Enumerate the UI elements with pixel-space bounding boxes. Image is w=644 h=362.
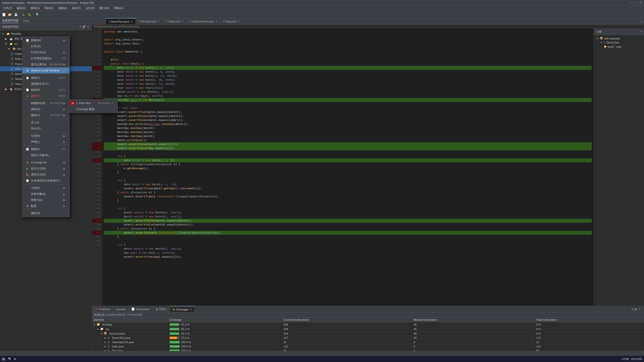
toolbar-new[interactable]: 📄 (1, 12, 7, 17)
ctx-coverage-config[interactable]: Coverage 配置... (68, 106, 117, 112)
col-covered-instructions[interactable]: Covered Instructions (281, 318, 411, 322)
package-explorer-tab-label[interactable]: 包资源管理器 (2, 19, 19, 23)
col-coverage[interactable]: Coverage (167, 318, 281, 322)
code-content[interactable]: package net.mooctest; import org.junit.A… (102, 29, 594, 306)
toolbar-open[interactable]: 📂 (7, 12, 13, 17)
search-icon[interactable]: 🔍 (8, 357, 12, 361)
bottom-toolbar-btn2[interactable]: ◧ (635, 307, 637, 311)
tab-day[interactable]: J Day.java ✕ (221, 18, 243, 24)
ctx-open-label: 打开(O) (31, 44, 41, 48)
code-line-45: try { (104, 207, 592, 211)
tab-declaration[interactable]: 📄 Declaration (129, 306, 153, 312)
editor-nav-back[interactable]: ← (92, 18, 99, 24)
minimize-button[interactable]: — (629, 1, 633, 5)
col-total-instructions[interactable]: Total Instructions (534, 318, 644, 322)
code-editor[interactable]: 1 2 3 4 5 6 7 8 9 10 11 12 13 14 (92, 29, 594, 306)
outline-item-package[interactable]: ▼ 📦 net.mooctest (595, 36, 643, 40)
menu-item-1[interactable]: 编辑(E) (15, 6, 28, 11)
ctx-open-type-hier[interactable]: 打开类型层级(N) F4 (22, 55, 69, 61)
ctx-assign-workset[interactable]: 指定工作集(A)... (22, 152, 69, 158)
expand-date-icon[interactable]: ▶ (104, 345, 106, 348)
taskview-icon[interactable]: ⧉ (14, 357, 16, 361)
expand-pkg-icon[interactable]: ▶ (101, 332, 103, 335)
ctx-open-with[interactable]: 打开方式(H) ▶ (22, 49, 69, 55)
expand-src-icon[interactable]: ▶ (97, 328, 99, 330)
toolbar-save[interactable]: 💾 (13, 12, 19, 17)
junit-tab-label[interactable]: JUnit (23, 19, 29, 22)
menu-item-7[interactable]: 窗口(W) (97, 6, 111, 11)
tab-nextday[interactable]: J Nextday.java ✕ (136, 18, 163, 24)
close-button[interactable]: ✕ (638, 1, 642, 5)
bottom-toolbar-btn1[interactable]: ⧉ (631, 307, 634, 311)
menu-item-8[interactable]: 帮助(H) (112, 6, 125, 11)
ctx-coverage-as[interactable]: ◉Coverage As ▶ (22, 159, 69, 165)
tab-coverage[interactable]: ◉ Coverage ✕ (170, 306, 195, 312)
collapse-all-icon[interactable]: ⧏ (78, 25, 81, 28)
toolbar-search[interactable]: 🔍 (35, 12, 40, 17)
ctx-delete[interactable]: 🗑删除(D) Delete (22, 93, 69, 99)
menu-item-3[interactable]: 导航(N) (42, 6, 55, 11)
tab-date-close[interactable]: ✕ (181, 20, 184, 23)
ctx-properties[interactable]: 属性(R) (22, 210, 69, 216)
maximize-button[interactable]: □ (634, 1, 637, 5)
menu-item-4[interactable]: 搜索(A) (56, 6, 69, 11)
ctx-refresh[interactable]: 🔄刷新(F) F5 (22, 146, 69, 152)
tab-coverage-close[interactable]: ✕ (189, 308, 192, 311)
tab-demotest[interactable]: J DemoTest.java ✕ (106, 18, 136, 24)
editor-nav-forward[interactable]: → (99, 18, 106, 24)
outline-item-class[interactable]: ▼ C DemoTest (595, 40, 643, 44)
expand-nextday-icon[interactable]: ▶ (94, 323, 96, 326)
tab-nextday-close[interactable]: ✕ (158, 20, 161, 23)
ctx-import[interactable]: 导入(I)... (22, 119, 69, 125)
ctx-references[interactable]: 引用(R) ▶ (22, 133, 69, 139)
menu-item-2[interactable]: 源码(S) (28, 6, 42, 11)
tree-item-nextday[interactable]: ▼ 📁 Nextday (0, 31, 92, 36)
ctx-declarations[interactable]: 声明(L) ▶ (22, 139, 69, 145)
ctx-new[interactable]: 📄新建(W) ▶ (22, 37, 69, 43)
col-element[interactable]: Element (92, 318, 167, 322)
ctx-restore-history[interactable]: 🕐从本地历史记录恢复(Y)... (22, 177, 69, 184)
toolbar-run[interactable]: ▶ (21, 12, 26, 17)
ctx-build-path[interactable]: 构建路径(B) Alt+Shift+S ▶ (22, 100, 69, 106)
ctx-replace-with[interactable]: 替换为(L) ▶ (22, 197, 69, 203)
menu-item-0[interactable]: 文件(F) (1, 6, 14, 11)
ctx-run-as[interactable]: ▶运行方式(R) ▶ (22, 165, 69, 171)
editor-menu-icon[interactable]: ≡ (639, 19, 643, 24)
tab-calendarunit[interactable]: J CalendarUnit.java ✕ (187, 18, 221, 24)
ctx-paste[interactable]: 📄粘贴(P) Ctrl+V (22, 87, 69, 93)
tab-demotest-close[interactable]: ✕ (130, 20, 133, 23)
ctx-junit-test[interactable]: Ju 1 JUnit Test Alt+Shift+E, T (68, 100, 117, 106)
ctx-refactor[interactable]: 重构(T) Alt+Shift+T ▶ (22, 112, 69, 118)
ctx-copy-qualified[interactable]: 复制限定名(Y) (22, 81, 69, 87)
expand-cu-icon[interactable]: ▶ (104, 341, 106, 343)
ctx-export[interactable]: 导出(O)... (22, 125, 69, 131)
tab-date[interactable]: J Date.java ✕ (164, 18, 187, 24)
menu-item-5[interactable]: 项目(P) (70, 6, 83, 11)
tab-spacer (243, 18, 638, 24)
tab-javadoc[interactable]: Javadoc (113, 306, 129, 312)
toolbar-debug[interactable]: 🐛 (27, 12, 32, 17)
tab-day-close[interactable]: ✕ (237, 20, 240, 23)
view-menu-icon[interactable]: ▼ (87, 25, 90, 28)
ctx-open[interactable]: 打开(O) (22, 43, 69, 49)
link-editor-icon[interactable]: 🔗 (82, 25, 86, 28)
ctx-team[interactable]: 小组(E) ▶ (22, 185, 69, 191)
col-missed-instructions[interactable]: Missed Instructions (411, 318, 534, 322)
ctx-configure[interactable]: ⚙配置 ▶ (22, 203, 69, 209)
start-icon[interactable]: ⊞ (2, 357, 5, 361)
ctx-debug-as[interactable]: 🐛调试方式(D) ▶ (22, 171, 69, 177)
bottom-toolbar-btn3[interactable]: ✕ (638, 307, 641, 311)
outline-item-method[interactable]: ⬟ test() : void (595, 44, 643, 49)
tab-problems[interactable]: ⚠ Problems (93, 306, 113, 312)
line-52: 52 (92, 235, 102, 239)
tab-calendarunit-close[interactable]: ✕ (215, 20, 218, 23)
ctx-show-in[interactable]: 显示位置(W) Alt+Shift+W ▶ (22, 61, 69, 67)
expand-demotest-icon[interactable]: ▶ (104, 337, 106, 339)
ctx-source[interactable]: 源码(S) ▶ (22, 106, 69, 112)
outline-close-icon[interactable]: ✕ (640, 30, 642, 33)
ctx-compare[interactable]: 比较对象(A) ▶ (22, 191, 69, 197)
ctx-copy[interactable]: 📋复制(C) Ctrl+C (22, 75, 69, 81)
tab-console[interactable]: 🖥 控制台 (153, 306, 170, 312)
menu-item-6[interactable]: 运行(R) (84, 6, 97, 11)
ctx-show-local-terminal[interactable]: 🖥Show in Local Terminal ▶ (22, 67, 69, 73)
